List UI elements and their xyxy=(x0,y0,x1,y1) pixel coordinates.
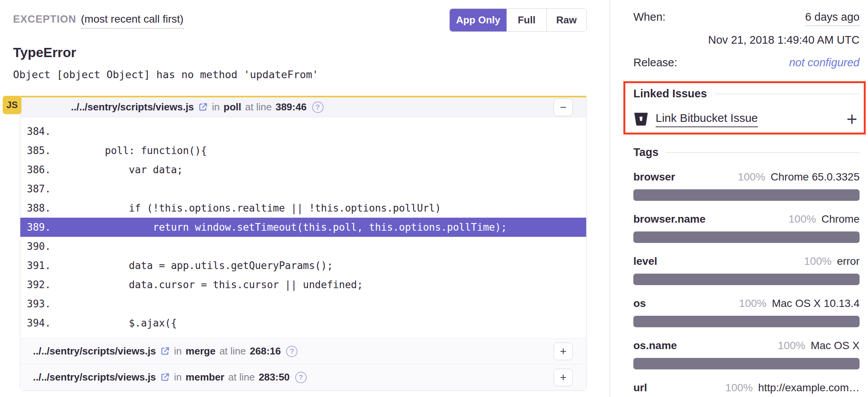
tag-item: browser.name 100%Chrome xyxy=(633,213,860,243)
tag-distribution-bar xyxy=(633,358,860,369)
code-line: 394. $.ajax({ xyxy=(20,313,586,333)
expand-frame-button[interactable]: + xyxy=(554,343,573,360)
exception-header-row: EXCEPTION (most recent call first) App O… xyxy=(13,8,588,32)
code-line-text: data = app.utils.getQueryParams(); xyxy=(51,260,333,271)
bitbucket-icon xyxy=(633,111,649,127)
tag-head: os.name 100%Mac OS X xyxy=(633,340,860,352)
exception-section-title: EXCEPTION (most recent call first) xyxy=(13,13,184,29)
active-frame-header[interactable]: ../../sentry/scripts/views.js in poll at… xyxy=(20,97,586,117)
tags-heading: Tags xyxy=(633,146,860,159)
link-bitbucket-issue-link[interactable]: Link Bitbucket Issue xyxy=(656,112,758,127)
tag-percent: 100% xyxy=(738,171,765,183)
tag-item: os.name 100%Mac OS X xyxy=(633,340,860,369)
collapsed-frame-header[interactable]: ../../sentry/scripts/views.js in merge a… xyxy=(20,338,586,364)
when-row: When: 6 days ago xyxy=(633,11,860,26)
tag-value: Chrome xyxy=(821,213,860,225)
frame-filename: ../../sentry/scripts/views.js xyxy=(33,371,156,383)
code-line: 391. data = app.utils.getQueryParams(); xyxy=(20,256,586,275)
release-value-link[interactable]: not configured xyxy=(789,56,860,69)
release-label: Release: xyxy=(633,56,677,69)
frame-filename: ../../sentry/scripts/views.js xyxy=(33,345,156,357)
code-line: 386. var data; xyxy=(20,160,586,179)
external-link-icon[interactable] xyxy=(198,102,208,112)
exception-label: EXCEPTION xyxy=(13,13,76,25)
tag-key: url xyxy=(633,382,647,394)
tag-item: os 100%Mac OS X 10.13.4 xyxy=(633,297,860,327)
code-line-number: 391. xyxy=(27,260,51,271)
tag-percent: 100% xyxy=(778,340,806,351)
linked-issues-heading: Linked Issues xyxy=(633,87,860,100)
js-platform-badge: JS xyxy=(3,96,21,114)
tag-percent: 100% xyxy=(725,382,753,394)
tag-head: browser.name 100%Chrome xyxy=(633,213,860,225)
collapsed-frame-header[interactable]: ../../sentry/scripts/views.js in member … xyxy=(20,364,586,390)
linked-issues-section: Linked Issues Link Bitbucket Issue + xyxy=(633,87,860,128)
add-linked-issue-icon[interactable]: + xyxy=(847,110,857,128)
stacktrace-view-toggle: App Only Full Raw xyxy=(449,8,587,32)
frame-filename: ../../sentry/scripts/views.js xyxy=(71,101,194,113)
when-label: When: xyxy=(633,11,666,23)
call-order-note[interactable]: (most recent call first) xyxy=(81,13,184,29)
tag-key: level xyxy=(633,255,657,267)
tag-value: Mac OS X 10.13.4 xyxy=(772,297,860,309)
frame-function: merge xyxy=(186,345,215,357)
event-sidebar: When: 6 days ago Nov 21, 2018 1:49:40 AM… xyxy=(633,0,860,397)
app-only-button[interactable]: App Only xyxy=(450,9,506,31)
code-line-number: 392. xyxy=(27,279,51,290)
exception-panel: EXCEPTION (most recent call first) App O… xyxy=(13,0,588,390)
tag-value-wrap: 100%Mac OS X 10.13.4 xyxy=(739,297,860,310)
when-datetime: Nov 21, 2018 1:49:40 AM UTC xyxy=(633,34,860,46)
tags-section: Tags browser 100%Chrome 65.0.3325 browse… xyxy=(633,146,860,397)
exception-type: TypeError xyxy=(13,45,588,60)
tag-value-wrap: 100%error xyxy=(804,255,860,267)
code-line-number: 388. xyxy=(27,202,51,214)
heading-rule xyxy=(715,94,860,94)
help-icon[interactable]: ? xyxy=(312,102,324,113)
exception-message: Object [object Object] has no method 'up… xyxy=(13,69,588,80)
code-line: 393. xyxy=(20,294,586,313)
code-line-text: poll: function(){ xyxy=(51,145,207,156)
help-icon[interactable]: ? xyxy=(295,372,307,383)
tag-percent: 100% xyxy=(739,297,767,309)
tag-value-wrap: 100%Chrome 65.0.3325 xyxy=(738,171,860,183)
frame-function: member xyxy=(186,371,224,383)
atline-label: at line xyxy=(245,101,271,113)
code-line: 392. data.cursor = this.cursor || undefi… xyxy=(20,275,586,294)
tag-item: url 100%http://example.com… xyxy=(633,382,860,397)
tag-distribution-bar xyxy=(633,231,860,243)
code-line-number: 393. xyxy=(27,298,51,310)
raw-button[interactable]: Raw xyxy=(546,9,586,31)
code-line: 385. poll: function(){ xyxy=(20,141,586,160)
tag-item: browser 100%Chrome 65.0.3325 xyxy=(633,171,860,201)
code-line-text: return window.setTimeout(this.poll, this… xyxy=(51,221,507,233)
code-line-number: 389. xyxy=(27,221,51,233)
code-line-text: data.cursor = this.cursor || undefined; xyxy=(51,279,363,290)
frame-lineno: 389:46 xyxy=(276,101,307,113)
code-line-number: 390. xyxy=(27,241,51,252)
code-line-number: 387. xyxy=(27,183,51,195)
code-line: 384. xyxy=(20,122,586,141)
tag-value-wrap: 100%Chrome xyxy=(789,213,860,225)
tag-key: browser xyxy=(633,171,675,183)
external-link-icon[interactable] xyxy=(160,372,170,382)
code-line: 389. return window.setTimeout(this.poll,… xyxy=(20,218,586,237)
in-label: in xyxy=(212,101,220,113)
linked-issues-title: Linked Issues xyxy=(633,87,707,100)
collapse-frame-button[interactable]: − xyxy=(554,98,573,116)
full-button[interactable]: Full xyxy=(506,9,546,31)
tag-distribution-bar xyxy=(633,316,860,327)
content-sidebar-divider xyxy=(610,0,610,397)
atline-label: at line xyxy=(219,345,246,357)
source-context: 384. 385. poll: function(){ 386. var dat… xyxy=(20,117,586,338)
code-line: 388. if (!this.options.realtime || !this… xyxy=(20,198,586,218)
external-link-icon[interactable] xyxy=(160,346,170,356)
tag-key: os xyxy=(633,297,646,310)
tags-title: Tags xyxy=(633,146,659,159)
when-relative-time[interactable]: 6 days ago xyxy=(805,11,860,26)
help-icon[interactable]: ? xyxy=(286,346,298,357)
in-label: in xyxy=(174,345,182,357)
tag-key: browser.name xyxy=(633,213,705,225)
expand-frame-button[interactable]: + xyxy=(554,369,573,386)
code-line-text: if (!this.options.realtime || !this.opti… xyxy=(51,202,441,214)
tag-head: url 100%http://example.com… xyxy=(633,382,860,394)
